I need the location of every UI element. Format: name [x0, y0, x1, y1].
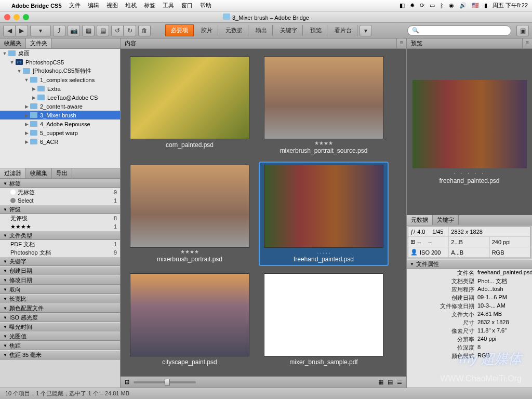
- search-input[interactable]: 🔍: [407, 25, 511, 36]
- tab-favorites[interactable]: 收藏夹: [0, 38, 26, 48]
- tab-metadata-panel[interactable]: 元数据: [407, 215, 433, 225]
- file-props-header[interactable]: ▼文件属性: [407, 259, 532, 269]
- menu-stack[interactable]: 堆栈: [125, 2, 137, 9]
- tree-item[interactable]: ▶LeeTao@Adobe CS: [0, 93, 120, 102]
- thumbnail[interactable]: . . . . .freehand_painted.psd: [259, 162, 389, 266]
- camera-button[interactable]: 📷: [68, 25, 80, 36]
- tab-preview[interactable]: 预览: [305, 25, 327, 36]
- tab-metadata[interactable]: 元数据: [220, 25, 248, 36]
- volume-icon[interactable]: 🔊: [459, 2, 467, 9]
- tree-item[interactable]: ▼1_complex selections: [0, 75, 120, 84]
- filter-header[interactable]: ▼颜色配置文件: [0, 303, 120, 313]
- tree-item[interactable]: ▶Extra: [0, 84, 120, 93]
- thumbnail-grid[interactable]: corn_painted.psd★★★★mixerbrush_portrait_…: [121, 49, 406, 376]
- tree-item[interactable]: ▶4_Adobe Repousse: [0, 119, 120, 128]
- tree-item[interactable]: ▼桌面: [0, 49, 120, 58]
- filter-header[interactable]: ▼创建日期: [0, 266, 120, 275]
- menu-view[interactable]: 视图: [107, 2, 118, 9]
- thumbnail[interactable]: ★★★★mixerbrush_portrait.psd: [125, 162, 255, 266]
- thumbnail[interactable]: corn_painted.psd: [125, 53, 255, 157]
- wifi-icon[interactable]: ◉: [449, 2, 454, 9]
- tree-item[interactable]: ▶6_ACR: [0, 137, 120, 146]
- app-name[interactable]: Adobe Bridge CS5: [11, 3, 62, 9]
- tab-export[interactable]: 导出: [52, 168, 72, 178]
- tab-folders[interactable]: 文件夹: [26, 38, 52, 48]
- finder-icon[interactable]: ◧: [400, 2, 405, 9]
- rotate-ccw-button[interactable]: ↺: [111, 25, 124, 36]
- sync-icon[interactable]: ⟳: [420, 2, 424, 9]
- tab-lighttable[interactable]: 看片台: [329, 25, 357, 36]
- filter-header[interactable]: ▼评级: [0, 205, 120, 214]
- compact-button[interactable]: ▣: [516, 25, 529, 36]
- filter-header[interactable]: ▼焦距: [0, 341, 120, 350]
- panel-menu-icon[interactable]: ≡: [397, 38, 406, 48]
- rotate-cw-button[interactable]: ↻: [124, 25, 136, 36]
- view-detail-icon[interactable]: ▤: [388, 379, 393, 385]
- menu-window[interactable]: 窗口: [181, 2, 193, 9]
- tree-item[interactable]: ▼PsPhotoshopCS5: [0, 58, 120, 66]
- tree-item[interactable]: ▶3_Mixer brush: [0, 111, 120, 119]
- tree-item[interactable]: ▶5_puppet warp: [0, 128, 120, 137]
- thumbnail[interactable]: mixer_brush_sample.pdf: [259, 270, 389, 369]
- tab-content[interactable]: 内容: [121, 38, 397, 48]
- paw-icon[interactable]: ✸: [410, 2, 415, 9]
- tab-essentials[interactable]: 必要项: [165, 24, 194, 36]
- tree-item[interactable]: ▼[Photoshop.CS5新特性: [0, 66, 120, 75]
- tab-output[interactable]: 输出: [250, 25, 273, 36]
- panel-menu-icon[interactable]: ≡: [523, 38, 532, 48]
- filter-header[interactable]: ▼长宽比: [0, 294, 120, 303]
- menu-edit[interactable]: 编辑: [88, 2, 99, 9]
- menu-tools[interactable]: 工具: [163, 2, 174, 9]
- output-button[interactable]: ▤: [97, 25, 109, 36]
- tree-item[interactable]: ▶2_content-aware: [0, 102, 120, 111]
- thumbnail-rating[interactable]: . . . . .: [317, 249, 330, 255]
- tab-keywords-panel[interactable]: 关键字: [433, 215, 459, 225]
- thumb-size-slider[interactable]: [134, 381, 196, 383]
- nav-forward-button[interactable]: ▶: [16, 25, 28, 36]
- clock[interactable]: 周五 下午8:22: [493, 2, 528, 9]
- recent-button[interactable]: ▾: [30, 25, 51, 36]
- filter-row[interactable]: Select1: [0, 196, 120, 205]
- refine-button[interactable]: ▦: [82, 25, 95, 36]
- display-icon[interactable]: ▭: [430, 2, 435, 9]
- filter-row[interactable]: 无评级8: [0, 214, 120, 222]
- minimize-button[interactable]: [14, 14, 20, 20]
- menu-label[interactable]: 标签: [144, 2, 155, 9]
- grid-lock-icon[interactable]: ⊞: [125, 379, 129, 385]
- filter-header[interactable]: ▼取向: [0, 285, 120, 294]
- filter-header[interactable]: ▼文件类型: [0, 231, 120, 240]
- close-button[interactable]: [4, 14, 10, 20]
- bluetooth-icon[interactable]: ᛒ: [440, 3, 444, 9]
- zoom-button[interactable]: [23, 14, 29, 20]
- view-list-icon[interactable]: ☰: [397, 379, 402, 385]
- filter-row[interactable]: Photoshop 文档9: [0, 248, 120, 257]
- tab-filter[interactable]: 过滤器: [0, 168, 26, 178]
- menu-help[interactable]: 帮助: [200, 2, 211, 9]
- tab-keywords[interactable]: 关键字: [275, 25, 303, 36]
- thumbnail-rating[interactable]: ★★★★: [314, 140, 333, 146]
- filter-row[interactable]: ★★★★1: [0, 222, 120, 231]
- filter-header[interactable]: ▼关键字: [0, 257, 120, 266]
- preview-rating[interactable]: · · · · ·: [454, 170, 485, 176]
- preview-image[interactable]: [413, 80, 527, 168]
- filter-row[interactable]: 无标签9: [0, 188, 120, 196]
- trash-button[interactable]: 🗑: [138, 25, 151, 36]
- tab-collections[interactable]: 收藏集: [26, 168, 52, 178]
- filter-header[interactable]: ▼焦距 35 毫米: [0, 350, 120, 360]
- menu-file[interactable]: 文件: [69, 2, 81, 9]
- nav-back-button[interactable]: ◀: [3, 25, 16, 36]
- view-grid-icon[interactable]: ▦: [378, 379, 383, 385]
- folder-tree[interactable]: ▼桌面▼PsPhotoshopCS5▼[Photoshop.CS5新特性▼1_c…: [0, 49, 120, 168]
- battery-icon[interactable]: ▮: [484, 2, 487, 9]
- filter-header[interactable]: ▼曝光时间: [0, 322, 120, 331]
- filter-header[interactable]: ▼光圈值: [0, 331, 120, 341]
- flag-icon[interactable]: 🇺🇸: [472, 2, 479, 9]
- workspace-menu[interactable]: ▾: [360, 25, 372, 36]
- reveal-button[interactable]: ⤴: [53, 25, 65, 36]
- filter-row[interactable]: PDF 文档1: [0, 240, 120, 248]
- tab-filmstrip[interactable]: 胶片: [196, 25, 218, 36]
- thumbnail[interactable]: cityscape_paint.psd: [125, 270, 255, 369]
- filter-header[interactable]: ▼标签: [0, 179, 120, 188]
- thumbnail[interactable]: ★★★★mixerbrush_portrait_source.psd: [259, 53, 389, 157]
- tab-preview-panel[interactable]: 预览: [407, 38, 523, 48]
